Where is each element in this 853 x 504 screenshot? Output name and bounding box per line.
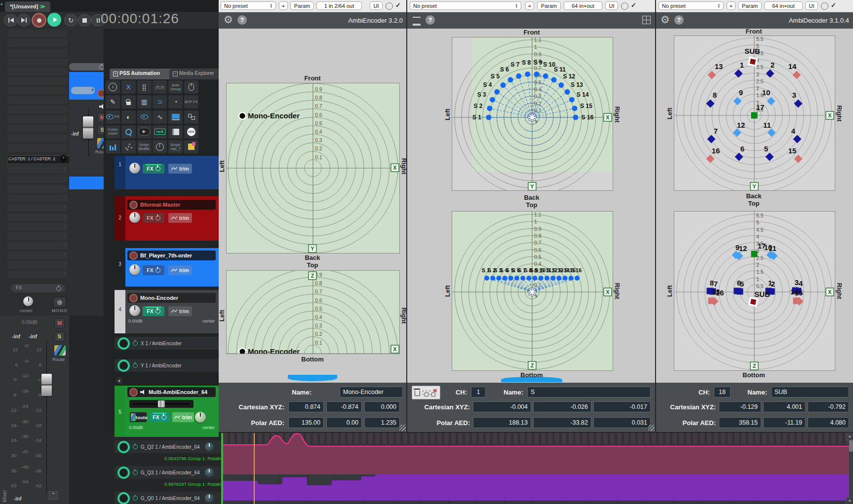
source-point[interactable] [508,276,513,281]
auto-group-link-icon[interactable]: ∩∩ [153,80,167,94]
enc2-add-preset-button[interactable]: + [525,1,534,10]
source-point[interactable] [575,276,580,281]
envelope-arm-icon[interactable] [117,467,130,479]
dec-front-plot[interactable]: 5.554.543.532.521.510.5SUB13121489103171… [674,36,835,191]
dec-bypass-check-icon[interactable]: ✓ [831,1,836,9]
enc1-name-field[interactable]: Mono-Encoder [340,387,403,397]
enc1-ui-button[interactable]: UI [370,1,383,10]
play-button[interactable] [47,13,61,27]
dec-settings-gear-icon[interactable]: ⚙ [660,14,670,26]
list-item[interactable] [7,39,68,47]
enc2-param-button[interactable]: Param [537,1,561,10]
track5-number-strip[interactable]: 5 [115,386,125,437]
source-point[interactable] [550,276,555,281]
script-mplt-label[interactable]: Script: mpl_T [168,140,183,153]
source-point[interactable] [520,276,525,281]
track3-record-arm[interactable] [129,252,138,260]
list-item[interactable] [7,175,68,183]
enc2-grid-icon[interactable] [642,16,651,24]
list-item[interactable] [7,214,68,221]
track5-panel[interactable]: Multi-AmbiEncoder_64 Route FX trim 0.00d… [125,386,219,437]
track3-number-strip[interactable]: 3 [115,248,125,267]
source-point[interactable] [487,106,492,111]
list-item[interactable] [7,232,68,240]
time-display[interactable]: 00:00:01:26 [101,11,179,27]
dec-top-plot[interactable]: 5.554.543.532.521.510.591217101187131665… [674,211,835,371]
source-point[interactable] [503,276,507,281]
envelope-value-knob[interactable] [205,468,214,477]
source-point[interactable] [533,276,538,281]
source-point[interactable] [525,72,530,77]
source-point[interactable] [508,77,513,82]
master-pan-knob[interactable] [23,296,33,306]
speaker-17[interactable] [751,112,758,119]
envelope-value-knob[interactable] [205,442,214,451]
byp-fx-label[interactable]: BYP FX [184,95,198,108]
play-circle-icon[interactable]: ▶ [137,125,152,139]
track1-volume-knob[interactable] [129,163,140,174]
track3-volume-knob[interactable] [129,264,140,275]
enc1-polar-e-field[interactable]: 0.00 [326,417,362,428]
source-point[interactable] [501,82,506,88]
track5-fader-handle[interactable] [158,400,165,407]
dec-param-button[interactable]: Param [738,1,762,10]
list-item[interactable] [7,270,68,278]
envelope-arm-icon[interactable] [117,492,130,504]
envelope-power-icon[interactable] [133,341,138,346]
dec-cart-z-field[interactable]: -0.792 [808,401,849,412]
enc2-ch-field[interactable]: 1 [471,387,486,397]
loop-button[interactable]: ↻ [64,14,78,26]
track4-name[interactable]: Mono-Encoder [127,293,216,303]
list-item[interactable] [7,144,68,152]
custom-insert-label[interactable]: Custo Insert [106,125,120,139]
enc1-wet-knob-icon[interactable] [386,2,393,10]
track5-speaker-icon[interactable] [140,390,146,395]
enc1-front-plot[interactable]: 0.90.80.70.60.50.40.30.20.1Mono-EncoderX… [226,83,400,253]
track1-fx-button[interactable]: FX [143,164,164,174]
list-item[interactable] [7,261,68,269]
track1-panel[interactable]: FX trim [125,156,219,189]
enc2-io-button[interactable]: 64 in+out [564,1,602,10]
speaker-17[interactable] [751,251,758,257]
tab-media-explorer[interactable]: ×Media Explorer [169,69,226,79]
item-visibility-icon[interactable] [137,110,152,124]
list-item[interactable] [7,96,68,104]
lock-open-icon[interactable] [121,95,136,108]
dec-name-field[interactable]: SUB [771,387,849,397]
source-point[interactable] [569,276,574,281]
enc2-polar-a-field[interactable]: 188.13 [473,417,531,428]
list-item[interactable] [7,30,68,37]
ucs-icon[interactable]: UCS [184,125,198,139]
source-point[interactable] [544,276,549,281]
mcp-fx-slot[interactable] [69,63,107,71]
source-point[interactable] [569,97,575,103]
dec-cart-y-field[interactable]: 4.001 [763,401,806,412]
nvk-label[interactable]: nvk [153,125,167,139]
envelope-power-icon[interactable] [133,444,138,449]
track2-trim-envelope-button[interactable]: trim [168,213,192,223]
dec-polar-a-field[interactable]: 358.15 [719,417,761,428]
source-point[interactable] [551,77,557,82]
speaker-5[interactable] [737,288,743,295]
track2-panel[interactable]: Bformat-Master FX trim [125,196,219,241]
media-item-edge[interactable] [221,433,223,504]
automation-envelope-line[interactable] [223,433,853,446]
envelope-arm-icon[interactable] [117,441,130,453]
list-item[interactable] [7,204,68,212]
encoder-source-marker[interactable] [239,112,246,119]
track1-number-strip[interactable]: 1 [115,156,125,189]
sparkle-icon[interactable] [121,140,136,153]
enc2-preset-select[interactable]: No preset▲▼ [410,1,521,10]
list-item[interactable] [7,166,68,174]
envelope-lane-x[interactable]: X 1 / AmbiEncoder [115,337,222,350]
enc2-resize-grip[interactable] [648,425,655,431]
enc1-bypass-check-icon[interactable]: ✓ [395,1,401,9]
enc1-settings-gear-icon[interactable]: ⚙ [224,14,233,26]
delete-point-icon[interactable] [429,391,434,395]
list-item[interactable] [7,194,68,202]
enc2-polar-d-field[interactable]: 0.031 [593,417,651,428]
enc2-help-icon[interactable]: ? [426,15,435,25]
track2-record-arm[interactable] [129,201,138,209]
enc1-top-plot[interactable]: 0.90.80.70.60.50.40.30.20.1Mono-EncoderZ… [226,270,400,354]
source-point[interactable] [572,106,578,111]
